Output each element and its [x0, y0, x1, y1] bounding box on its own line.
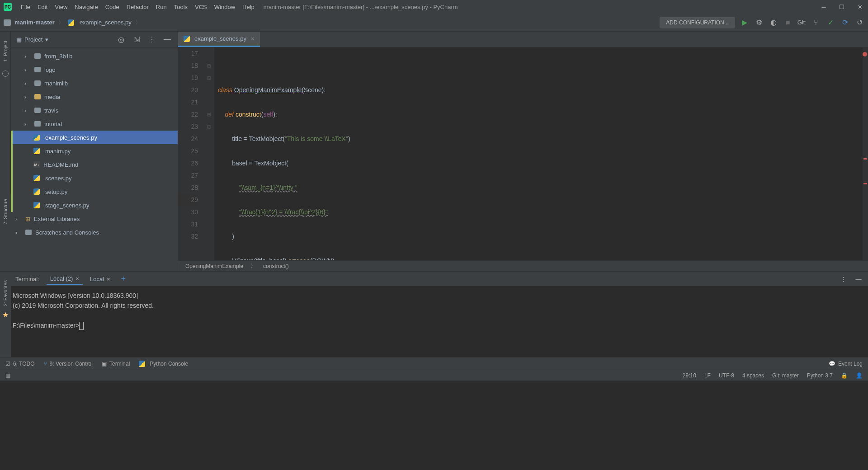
add-configuration-button[interactable]: ADD CONFIGURATION... — [660, 17, 735, 28]
editor-breadcrumb[interactable]: OpeningManimExample 〉 construct() — [178, 260, 868, 271]
vcs-tool-button[interactable]: ⑂9: Version Control — [44, 361, 93, 367]
folder-icon — [34, 67, 41, 72]
inspector-icon[interactable]: 👤 — [856, 372, 863, 379]
python-console-tool-button[interactable]: Python Console — [139, 361, 188, 367]
commit-icon[interactable]: ✓ — [826, 18, 835, 28]
tree-dir-manimlib[interactable]: ›manimlib — [11, 76, 178, 90]
tree-external-libraries[interactable]: ›⊞External Libraries — [11, 212, 178, 226]
fold-gutter[interactable]: ⊟ ⊟ ⊟ ⊡ — [205, 47, 214, 260]
menu-run[interactable]: Run — [152, 2, 170, 12]
project-tool-button[interactable]: 1: Project — [3, 41, 8, 61]
folder-icon — [34, 108, 41, 113]
stop-icon[interactable]: ■ — [783, 18, 793, 28]
menu-edit[interactable]: Edit — [34, 2, 51, 12]
tree-file-scenes[interactable]: scenes.py — [11, 171, 178, 185]
run-icon[interactable]: ▶ — [740, 18, 750, 28]
terminal-tab-local[interactable]: Local× — [86, 274, 114, 284]
tree-dir-travis[interactable]: ›travis — [11, 103, 178, 117]
structure-tool-button[interactable]: 7: Structure — [3, 199, 8, 225]
todo-tool-button[interactable]: ☑6: TODO — [5, 361, 35, 367]
package-icon — [34, 80, 41, 86]
more-icon[interactable]: ⋮ — [147, 34, 157, 44]
tree-scratches[interactable]: ›Scratches and Consoles — [11, 226, 178, 239]
close-tab-icon[interactable]: × — [75, 275, 79, 282]
tree-dir-media[interactable]: ›media — [11, 90, 178, 103]
folder-icon — [25, 230, 32, 235]
star-icon[interactable]: ★ — [2, 310, 9, 319]
coverage-icon[interactable]: ◐ — [769, 18, 778, 28]
indent-setting[interactable]: 4 spaces — [742, 372, 764, 379]
tree-dir-logo[interactable]: ›logo — [11, 63, 178, 76]
add-terminal-button[interactable]: + — [118, 274, 130, 284]
branch-icon: ⑂ — [44, 361, 47, 367]
tree-dir-tutorial[interactable]: ›tutorial — [11, 117, 178, 131]
menu-file[interactable]: File — [17, 2, 34, 12]
code-content[interactable]: class OpeningManimExample(Scene): def co… — [214, 47, 868, 260]
fold-close-icon[interactable]: ⊡ — [207, 121, 211, 133]
menu-window[interactable]: Window — [211, 2, 239, 12]
fold-open-icon[interactable]: ⊟ — [207, 108, 211, 121]
terminal-tool-button[interactable]: ▣Terminal — [102, 361, 130, 367]
caret-position[interactable]: 29:10 — [683, 372, 696, 379]
tree-file-example-scenes[interactable]: example_scenes.py — [11, 131, 178, 144]
line-separator[interactable]: LF — [704, 372, 711, 379]
menu-help[interactable]: Help — [239, 2, 258, 12]
encoding[interactable]: UTF-8 — [719, 372, 734, 379]
error-indicator-icon[interactable] — [863, 52, 867, 56]
terminal-icon: ▣ — [102, 361, 107, 367]
revert-icon[interactable]: ↺ — [854, 18, 864, 28]
menu-refactor[interactable]: Refactor — [123, 2, 152, 12]
chevron-right-icon: 〉 — [58, 19, 64, 27]
python-file-icon — [33, 202, 40, 208]
debug-icon[interactable]: ⚙ — [754, 18, 764, 28]
terminal-output[interactable]: Microsoft Windows [Version 10.0.18363.90… — [11, 286, 868, 357]
python-interpreter[interactable]: Python 3.7 — [807, 372, 833, 379]
breadcrumb-method[interactable]: construct() — [263, 263, 289, 269]
breadcrumb-class[interactable]: OpeningManimExample — [185, 263, 243, 269]
code-area[interactable]: 17181920 21222324 25262728 29303132 ⊟ ⊟ … — [178, 47, 868, 260]
git-branch[interactable]: Git: master — [772, 372, 799, 379]
breadcrumb-root[interactable]: manim-master — [14, 19, 55, 26]
tab-example-scenes[interactable]: example_scenes.py × — [178, 32, 260, 47]
maximize-icon[interactable]: ☐ — [837, 2, 846, 11]
lock-icon[interactable]: 🔒 — [841, 372, 848, 379]
line-gutter[interactable]: 17181920 21222324 25262728 29303132 — [178, 47, 205, 260]
menu-vcs[interactable]: VCS — [191, 2, 211, 12]
editor[interactable]: example_scenes.py × 17181920 21222324 25… — [178, 32, 868, 271]
error-mark[interactable] — [863, 158, 867, 160]
tree-dir-from3b1b[interactable]: ›from_3b1b — [11, 49, 178, 63]
breadcrumb[interactable]: manim-master 〉 example_scenes.py 〉 — [14, 19, 141, 27]
quick-access-icon[interactable]: ▥ — [5, 372, 10, 379]
collapse-icon[interactable]: ⇲ — [132, 34, 142, 44]
more-icon[interactable]: ⋮ — [838, 274, 848, 284]
tree-file-readme[interactable]: M↓README.md — [11, 158, 178, 171]
breadcrumb-file[interactable]: example_scenes.py — [80, 19, 132, 26]
terminal-tab-local2[interactable]: Local (2)× — [47, 273, 83, 285]
close-icon[interactable]: ✕ — [855, 2, 864, 11]
menu-tools[interactable]: Tools — [170, 2, 191, 12]
rail-icon[interactable] — [2, 70, 9, 77]
chevron-down-icon[interactable]: ▾ — [45, 36, 48, 43]
target-icon[interactable]: ◎ — [116, 34, 126, 44]
branch-icon[interactable]: ⑂ — [811, 18, 821, 28]
favorites-tool-button[interactable]: 2: Favorites — [3, 280, 8, 306]
close-tab-icon[interactable]: × — [107, 276, 110, 282]
tree-file-stage-scenes[interactable]: stage_scenes.py — [11, 198, 178, 212]
tree-file-setup[interactable]: setup.py — [11, 185, 178, 198]
menu-view[interactable]: View — [51, 2, 71, 12]
error-stripe[interactable] — [863, 47, 868, 260]
project-tree[interactable]: ›from_3b1b ›logo ›manimlib ›media ›travi… — [11, 47, 178, 271]
close-tab-icon[interactable]: × — [251, 35, 255, 42]
menu-code[interactable]: Code — [102, 2, 123, 12]
event-log-button[interactable]: 💬Event Log — [829, 361, 863, 367]
fold-open-icon[interactable]: ⊟ — [207, 60, 211, 72]
error-mark[interactable] — [863, 183, 867, 184]
tree-file-manim[interactable]: manim.py — [11, 144, 178, 158]
hide-icon[interactable]: — — [854, 274, 863, 284]
menu-navigate[interactable]: Navigate — [71, 2, 101, 12]
minimize-icon[interactable]: ─ — [819, 2, 828, 11]
fold-open-icon[interactable]: ⊟ — [207, 72, 211, 84]
project-title[interactable]: ▤ Project ▾ — [16, 36, 48, 43]
update-icon[interactable]: ⟳ — [840, 18, 850, 28]
hide-icon[interactable]: — — [162, 34, 172, 44]
